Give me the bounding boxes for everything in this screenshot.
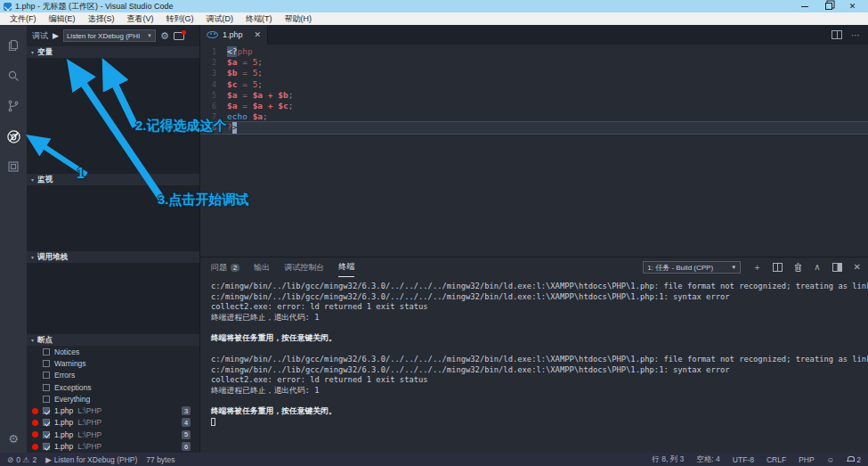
menu-edit[interactable]: 编辑(E)	[43, 12, 82, 25]
checkbox-unchecked[interactable]	[43, 372, 50, 379]
breakpoint-row[interactable]: 1.php L:\PHP 6	[27, 440, 199, 452]
debug-target-status[interactable]: ▶ Listen for XDebug (PHP)	[45, 455, 137, 464]
section-variables[interactable]: ▾ 变量	[27, 46, 199, 58]
tab-output[interactable]: 输出	[254, 258, 270, 277]
indentation-status[interactable]: 空格: 4	[696, 454, 719, 465]
breakpoint-dot-icon	[32, 444, 38, 450]
tab-debug-console[interactable]: 调试控制台	[284, 258, 324, 277]
breakpoint-row[interactable]: 1.php L:\PHP 4	[27, 417, 199, 429]
notifications-bell[interactable]: 2	[847, 455, 861, 464]
explorer-icon[interactable]	[0, 30, 27, 61]
terminal-cursor	[211, 418, 215, 426]
call-stack-body	[27, 263, 199, 334]
code-line: 2$a = 5;	[200, 57, 868, 68]
breakpoint-row[interactable]: 1.php L:\PHP 3	[27, 405, 199, 416]
debug-config-dropdown[interactable]: Listen for XDebug (PHI ▼	[63, 29, 156, 42]
new-terminal-icon[interactable]: ＋	[752, 263, 761, 272]
more-actions-icon[interactable]: ⋯	[851, 30, 861, 40]
menu-goto[interactable]: 转到(G)	[160, 12, 200, 25]
php-file-icon	[207, 31, 218, 38]
terminal-line: 终端将被任务重用，按任意键关闭。	[211, 333, 868, 344]
breakpoint-dot-icon	[32, 408, 38, 414]
code-line: 6$a = $a + $c;	[200, 101, 868, 111]
split-editor-icon[interactable]	[831, 30, 842, 39]
error-icon: ⊘	[7, 455, 13, 464]
checkbox-checked[interactable]	[43, 407, 50, 414]
tab-1php[interactable]: 1.php ✕	[200, 25, 268, 45]
section-breakpoints[interactable]: ▾ 断点	[27, 334, 199, 346]
search-icon[interactable]	[0, 61, 27, 91]
start-debug-button[interactable]: ▶	[53, 31, 59, 40]
split-terminal-icon[interactable]	[773, 263, 783, 272]
extensions-icon[interactable]	[0, 151, 27, 182]
breakpoint-filter-errors[interactable]: Errors	[27, 370, 199, 381]
terminal-line: c:/mingw/bin/../lib/gcc/mingw32/6.3.0/..…	[211, 292, 868, 303]
terminal-line	[211, 397, 868, 407]
checkbox-unchecked[interactable]	[43, 360, 50, 367]
breakpoint-row[interactable]: 1.php L:\PHP 5	[27, 429, 199, 440]
terminal-line	[211, 344, 868, 355]
source-control-icon[interactable]	[0, 91, 27, 121]
terminal-line: collect2.exe: error: ld returned 1 exit …	[211, 375, 868, 386]
terminal-line: c:/mingw/bin/../lib/gcc/mingw32/6.3.0/..…	[211, 365, 868, 376]
close-button[interactable]: ✕	[848, 2, 857, 11]
twistie-icon: ▾	[31, 254, 34, 260]
breakpoint-filter-exceptions[interactable]: Exceptions	[27, 381, 199, 393]
close-panel-icon[interactable]: ✕	[854, 263, 861, 272]
menu-file[interactable]: 文件(F)	[4, 12, 43, 25]
debug-configure-gear-icon[interactable]: ⚙	[160, 30, 169, 42]
title-bar: 1.php - 无标题 (工作区) - Visual Studio Code ✕	[0, 0, 868, 12]
code-editor[interactable]: 1<?php 2$a = 5; 3$b = 5; 4$c = 5; 5$a = …	[200, 45, 868, 257]
section-call-stack[interactable]: ▾ 调用堆栈	[27, 251, 199, 263]
language-mode-status[interactable]: PHP	[799, 455, 814, 464]
twistie-icon: ▾	[31, 337, 34, 343]
debug-icon[interactable]	[0, 121, 27, 151]
debug-toolbar: 调试 ▶ Listen for XDebug (PHI ▼ ⚙	[27, 25, 199, 46]
terminal-output[interactable]: c:/mingw/bin/../lib/gcc/mingw32/6.3.0/..…	[200, 277, 868, 453]
vscode-logo-icon	[4, 3, 12, 11]
feedback-smiley-icon[interactable]: ☺	[827, 455, 835, 464]
debug-sidebar: 调试 ▶ Listen for XDebug (PHI ▼ ⚙ ▾ 变量 ▾ 监…	[27, 25, 200, 453]
breakpoint-filter-notices[interactable]: Notices	[27, 346, 199, 357]
breakpoint-dot-icon	[32, 431, 38, 437]
encoding-status[interactable]: UTF-8	[733, 455, 754, 464]
editor-tab-bar: 1.php ✕ ⋯	[200, 25, 868, 45]
breakpoint-filter-everything[interactable]: Everything	[27, 393, 199, 405]
checkbox-checked[interactable]	[43, 443, 50, 450]
panel-tab-bar: 问题 2 输出 调试控制台 终端 1: 任务 - Build (CPP) ▼ ＋	[200, 258, 868, 277]
bell-icon	[847, 455, 854, 463]
line-number-badge: 3	[182, 406, 191, 415]
debug-console-toggle-icon[interactable]	[174, 31, 186, 41]
terminal-task-dropdown[interactable]: 1: 任务 - Build (CPP) ▼	[643, 261, 741, 274]
eol-status[interactable]: CRLF	[767, 455, 786, 464]
terminal-line	[211, 323, 868, 334]
chevron-down-icon: ▼	[147, 33, 152, 38]
cursor-position-status[interactable]: 行 8, 列 3	[652, 454, 684, 465]
minimize-button[interactable]	[799, 2, 809, 11]
checkbox-unchecked[interactable]	[43, 384, 50, 391]
menu-terminal[interactable]: 终端(T)	[239, 12, 279, 25]
terminal-line: c:/mingw/bin/../lib/gcc/mingw32/6.3.0/..…	[211, 282, 868, 292]
tab-terminal[interactable]: 终端	[338, 258, 354, 277]
manage-gear-icon[interactable]: ⚙	[0, 432, 27, 446]
checkbox-checked[interactable]	[43, 419, 50, 426]
breakpoint-filter-warnings[interactable]: Warnings	[27, 357, 199, 369]
checkbox-unchecked[interactable]	[43, 348, 50, 356]
section-watch[interactable]: ▾ 监视	[27, 174, 199, 185]
move-panel-icon[interactable]	[832, 263, 842, 272]
kill-terminal-trash-icon[interactable]	[794, 263, 802, 273]
checkbox-unchecked[interactable]	[43, 396, 50, 403]
tab-problems[interactable]: 问题 2	[211, 258, 239, 277]
terminal-line: c:/mingw/bin/../lib/gcc/mingw32/6.3.0/..…	[211, 355, 868, 365]
menu-help[interactable]: 帮助(H)	[279, 12, 319, 25]
maximize-panel-chevron-icon[interactable]: ∧	[814, 263, 820, 272]
restore-button[interactable]	[823, 2, 833, 11]
problems-status[interactable]: ⊘ 0 ⚠ 2	[7, 455, 37, 464]
menu-debug[interactable]: 调试(D)	[200, 12, 240, 25]
menu-selection[interactable]: 选择(S)	[82, 12, 121, 25]
menu-view[interactable]: 查看(V)	[121, 12, 160, 25]
code-line: 3$b = 5;	[200, 68, 868, 78]
checkbox-checked[interactable]	[43, 431, 50, 438]
tab-close-icon[interactable]: ✕	[254, 30, 261, 39]
code-line: 7echo $a;	[200, 111, 868, 122]
